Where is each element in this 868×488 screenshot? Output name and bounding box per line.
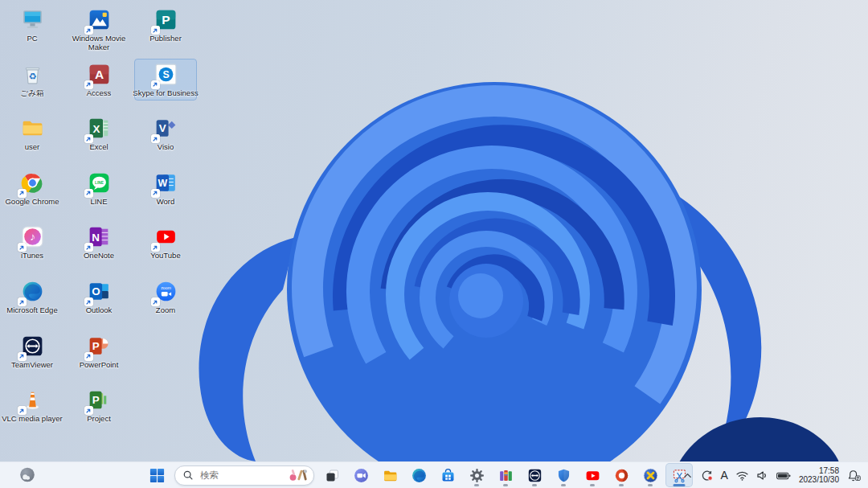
sync-tray-icon[interactable]	[698, 464, 715, 486]
taskbar-button-task-view[interactable]	[318, 463, 346, 487]
start-button[interactable]	[143, 463, 170, 487]
desktop-icon-access[interactable]: AAccess	[68, 59, 129, 100]
youtube-icon	[584, 467, 601, 484]
desktop-icon-label: Visio	[130, 143, 201, 152]
search-input[interactable]	[199, 470, 288, 481]
svg-text:zoom: zoom	[161, 285, 171, 290]
taskbar-button-settings[interactable]	[463, 463, 490, 487]
line-icon: LINE	[86, 170, 113, 196]
shortcut-arrow-icon	[151, 189, 160, 198]
taskbar-button-edge[interactable]	[405, 463, 432, 487]
zoom-icon: zoom	[153, 278, 179, 305]
desktop-icon-youtube[interactable]: YouTube	[135, 222, 196, 263]
desktop-icon-grid: PC♻ごみ箱userGoogle Chrome♪iTunesMicrosoft …	[0, 0, 868, 488]
taskbar-button-youtube[interactable]	[579, 463, 606, 487]
visio-icon: V	[153, 115, 179, 141]
shortcut-arrow-icon	[84, 26, 93, 35]
desktop-icon-edge[interactable]: Microsoft Edge	[2, 277, 63, 318]
desktop-icon-skype-business[interactable]: SSkype for Business	[135, 59, 196, 100]
desktop-icon-label: PowerPoint	[63, 361, 134, 370]
wifi-icon[interactable]	[734, 464, 751, 486]
excel-icon: X	[86, 115, 113, 141]
desktop-icon-publisher[interactable]: PPublisher	[135, 5, 196, 46]
desktop-icon-pc[interactable]: PC	[2, 5, 63, 46]
svg-text:♻: ♻	[28, 71, 36, 80]
windows-logo-icon	[149, 467, 166, 484]
svg-text:S: S	[162, 69, 169, 80]
taskbar-button-security[interactable]	[550, 463, 577, 487]
user-folder-icon	[19, 115, 46, 141]
desktop-icon-outlook[interactable]: OOutlook	[68, 277, 129, 318]
svg-text:♪: ♪	[30, 232, 35, 244]
shortcut-arrow-icon	[84, 243, 93, 252]
desktop-icon-onenote[interactable]: NOneNote	[68, 222, 129, 263]
ime-indicator[interactable]: A	[719, 464, 731, 486]
desktop-icon-zoom[interactable]: zoomZoom	[135, 277, 196, 318]
taskbar-button-office[interactable]	[608, 463, 635, 487]
desktop-icon-visio[interactable]: VVisio	[135, 113, 196, 154]
desktop-icon-word[interactable]: WWord	[135, 168, 196, 209]
svg-text:W: W	[158, 178, 167, 189]
task-view-icon	[324, 467, 341, 484]
shortcut-arrow-icon	[151, 134, 160, 143]
word-icon: W	[153, 170, 179, 196]
clock[interactable]: 17:58 2023/10/30	[796, 464, 841, 486]
desktop-icon-label: Google Chrome	[0, 198, 68, 207]
outlook-icon: O	[86, 278, 113, 305]
desktop-icon-project[interactable]: PProject	[68, 385, 129, 426]
taskbar-button-x-app[interactable]	[637, 463, 664, 487]
desktop-icon-itunes[interactable]: ♪iTunes	[2, 222, 63, 263]
powerpoint-icon: P	[86, 333, 113, 359]
running-indicator	[503, 484, 508, 486]
desktop-icon-label: Access	[63, 89, 134, 98]
date: 2023/10/30	[799, 475, 839, 484]
search-box[interactable]	[174, 465, 314, 486]
desktop-icon-label: user	[0, 143, 68, 152]
shortcut-arrow-icon	[18, 297, 27, 306]
shortcut-arrow-icon	[151, 243, 160, 252]
running-indicator	[619, 484, 624, 486]
store-icon	[440, 467, 457, 484]
hidden-icons-chevron[interactable]	[680, 464, 695, 486]
desktop-icon-user-folder[interactable]: user	[2, 113, 63, 154]
movie-maker-icon	[86, 6, 113, 33]
file-explorer-icon	[382, 467, 399, 484]
desktop-icon-excel[interactable]: XExcel	[68, 113, 129, 154]
notification-bell-icon[interactable]	[845, 464, 863, 486]
windows-desktop: PC♻ごみ箱userGoogle Chrome♪iTunesMicrosoft …	[0, 0, 868, 488]
battery-icon[interactable]	[774, 464, 793, 486]
taskbar-button-file-explorer[interactable]	[376, 463, 403, 487]
desktop-icon-chrome[interactable]: Google Chrome	[2, 168, 63, 209]
search-icon	[182, 470, 194, 481]
search-highlights-icon	[288, 468, 310, 483]
taskbar: A 17:58 2023/10/30	[0, 461, 868, 488]
taskbar-button-teamviewer[interactable]	[521, 463, 548, 487]
taskbar-center	[143, 462, 693, 488]
taskbar-button-store[interactable]	[434, 463, 461, 487]
taskbar-button-chat[interactable]	[347, 463, 375, 487]
desktop-icon-label: VLC media player	[0, 415, 68, 424]
svg-text:P: P	[162, 13, 170, 27]
desktop-icon-recycle-bin[interactable]: ♻ごみ箱	[2, 59, 63, 100]
desktop-icon-label: PC	[0, 35, 68, 43]
desktop-icon-powerpoint[interactable]: PPowerPoint	[68, 331, 129, 372]
security-icon	[555, 467, 572, 484]
desktop-icon-movie-maker[interactable]: Windows Movie Maker	[68, 5, 129, 54]
shortcut-arrow-icon	[18, 189, 27, 198]
shortcut-arrow-icon	[18, 352, 27, 361]
shortcut-arrow-icon	[18, 243, 27, 252]
taskbar-button-winrar[interactable]	[492, 463, 519, 487]
desktop-icon-label: TeamViewer	[0, 361, 68, 370]
widgets-weather-icon[interactable]	[16, 464, 39, 486]
taskbar-apps	[318, 463, 693, 487]
shortcut-arrow-icon	[151, 80, 160, 89]
svg-text:P: P	[92, 340, 99, 352]
itunes-icon: ♪	[19, 223, 46, 250]
desktop-icon-line[interactable]: LINELINE	[68, 168, 129, 209]
volume-icon[interactable]	[754, 464, 771, 486]
svg-text:X: X	[92, 123, 100, 135]
shortcut-arrow-icon	[84, 406, 93, 415]
desktop-icon-teamviewer[interactable]: TeamViewer	[2, 331, 63, 372]
desktop-icon-vlc[interactable]: VLC media player	[2, 385, 63, 426]
teamviewer-icon	[19, 333, 46, 359]
